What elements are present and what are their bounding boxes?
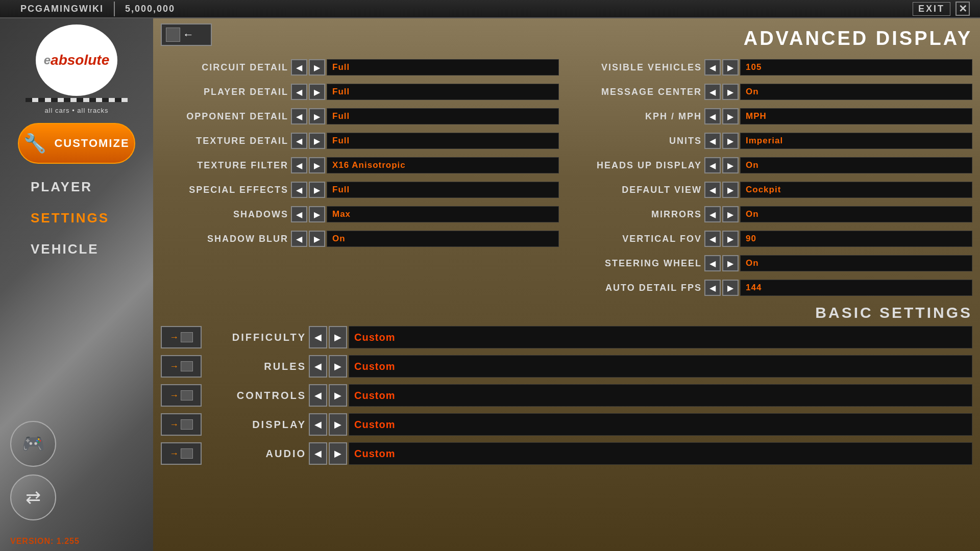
setting-value: 144: [740, 280, 972, 296]
arrow-right-button[interactable]: ▶: [309, 59, 325, 76]
arrow-right-button[interactable]: ▶: [722, 206, 739, 222]
arrow-left-button[interactable]: ◀: [291, 206, 307, 222]
basic-go-square-icon: [181, 390, 193, 400]
basic-arrow-left-button[interactable]: ◀: [309, 413, 327, 436]
arrow-left-button[interactable]: ◀: [291, 59, 307, 76]
setting-label: CIRCUIT DETAIL: [161, 62, 288, 73]
arrow-right-button[interactable]: ▶: [722, 280, 739, 296]
basic-go-button[interactable]: →: [161, 326, 202, 348]
arrow-left-button[interactable]: ◀: [704, 182, 721, 198]
basic-setting-row: → AUDIO ◀ ▶ Custom: [161, 440, 972, 467]
basic-arrow-left-button[interactable]: ◀: [309, 355, 327, 378]
setting-row-left: SHADOW BLUR ◀ ▶ On: [161, 228, 559, 250]
arrow-left-button[interactable]: ◀: [704, 108, 721, 124]
setting-label: TEXTURE FILTER: [161, 160, 288, 171]
setting-controls: ◀ ▶ On: [704, 255, 972, 271]
sidebar-item-settings[interactable]: SETTINGS: [20, 204, 133, 232]
steering-wheel-icon[interactable]: 🎮: [10, 421, 56, 467]
arrow-left-button[interactable]: ◀: [291, 231, 307, 247]
setting-label: MESSAGE CENTER: [574, 87, 702, 97]
arrow-right-button[interactable]: ▶: [309, 108, 325, 124]
arrow-right-button[interactable]: ▶: [722, 108, 739, 124]
arrow-left-button[interactable]: ◀: [291, 84, 307, 100]
basic-go-button[interactable]: →: [161, 384, 202, 407]
sidebar-item-vehicle-label: VEHICLE: [31, 241, 122, 257]
setting-controls: ◀ ▶ Full: [291, 59, 559, 76]
basic-arrow-left-button[interactable]: ◀: [309, 442, 327, 465]
content-inner: ← ADVANCED DISPLAY CIRCUIT DETAIL ◀ ▶ Fu…: [161, 23, 972, 467]
exit-label[interactable]: EXIT: [913, 2, 950, 16]
basic-arrow-right-button[interactable]: ▶: [329, 355, 347, 378]
basic-setting-label: DISPLAY: [204, 419, 306, 431]
arrow-right-button[interactable]: ▶: [309, 84, 325, 100]
basic-go-button[interactable]: →: [161, 355, 202, 378]
arrow-right-button[interactable]: ▶: [722, 157, 739, 173]
sidebar-item-player-label: PLAYER: [31, 179, 122, 195]
checker-line: [26, 98, 128, 102]
basic-arrow-right-button[interactable]: ▶: [329, 442, 347, 465]
arrow-left-button[interactable]: ◀: [704, 59, 721, 76]
arrow-left-button[interactable]: ◀: [704, 133, 721, 149]
arrow-right-button[interactable]: ▶: [722, 231, 739, 247]
setting-value: MPH: [740, 108, 972, 124]
basic-go-arrow-icon: →: [169, 419, 179, 430]
basic-arrow-right-button[interactable]: ▶: [329, 326, 347, 348]
back-button[interactable]: ←: [161, 23, 212, 46]
close-icon[interactable]: ✕: [955, 2, 970, 16]
setting-label: AUTO DETAIL FPS: [574, 283, 702, 293]
setting-value: Full: [327, 59, 559, 76]
swap-icon[interactable]: ⇄: [10, 474, 56, 520]
arrow-right-button[interactable]: ▶: [309, 182, 325, 198]
arrow-left-button[interactable]: ◀: [704, 255, 721, 271]
sidebar-item-player[interactable]: PLAYER: [20, 173, 133, 201]
arrow-right-button[interactable]: ▶: [309, 157, 325, 173]
setting-value: On: [740, 206, 972, 222]
setting-row-left: OPPONENT DETAIL ◀ ▶ Full: [161, 105, 559, 128]
arrow-right-button[interactable]: ▶: [722, 59, 739, 76]
exit-button[interactable]: EXIT ✕: [913, 2, 970, 16]
basic-go-button[interactable]: →: [161, 413, 202, 436]
setting-label: VERTICAL FOV: [574, 234, 702, 244]
arrow-right-button[interactable]: ▶: [309, 206, 325, 222]
arrow-right-button[interactable]: ▶: [722, 255, 739, 271]
setting-row-right: STEERING WHEEL ◀ ▶ On: [574, 252, 972, 274]
logo-text: eabsolute: [44, 52, 110, 68]
player-info: PCGAMINGWIKI 5,000,000: [10, 2, 185, 16]
arrow-left-button[interactable]: ◀: [704, 206, 721, 222]
basic-go-button[interactable]: →: [161, 442, 202, 465]
arrow-left-button[interactable]: ◀: [291, 133, 307, 149]
setting-row-left: SPECIAL EFFECTS ◀ ▶ Full: [161, 179, 559, 201]
arrow-left-button[interactable]: ◀: [704, 280, 721, 296]
arrow-right-button[interactable]: ▶: [309, 133, 325, 149]
basic-arrow-right-button[interactable]: ▶: [329, 384, 347, 407]
arrow-left-button[interactable]: ◀: [291, 108, 307, 124]
arrow-right-button[interactable]: ▶: [722, 133, 739, 149]
basic-controls: ◀ ▶ Custom: [309, 384, 972, 407]
setting-label: SHADOWS: [161, 209, 288, 220]
page-title: ADVANCED DISPLAY: [744, 28, 972, 49]
arrow-left-button[interactable]: ◀: [704, 157, 721, 173]
setting-value: Full: [327, 133, 559, 149]
basic-arrow-right-button[interactable]: ▶: [329, 413, 347, 436]
basic-setting-row: → RULES ◀ ▶ Custom: [161, 353, 972, 380]
basic-settings-header: BASIC SETTINGS: [161, 304, 972, 321]
arrow-left-button[interactable]: ◀: [291, 182, 307, 198]
setting-row-left: TEXTURE DETAIL ◀ ▶ Full: [161, 130, 559, 152]
basic-arrow-left-button[interactable]: ◀: [309, 384, 327, 407]
arrow-right-button[interactable]: ▶: [309, 231, 325, 247]
arrow-right-button[interactable]: ▶: [722, 182, 739, 198]
arrow-left-button[interactable]: ◀: [704, 231, 721, 247]
settings-area: CIRCUIT DETAIL ◀ ▶ Full VISIBLE VEHICLES…: [161, 56, 972, 299]
arrow-right-button[interactable]: ▶: [722, 84, 739, 100]
setting-value: Full: [327, 84, 559, 100]
sidebar-item-vehicle[interactable]: VEHICLE: [20, 235, 133, 263]
basic-controls: ◀ ▶ Custom: [309, 355, 972, 378]
customize-button[interactable]: 🔧 CUSTOMIZE: [18, 123, 135, 164]
arrow-left-button[interactable]: ◀: [291, 157, 307, 173]
basic-arrow-left-button[interactable]: ◀: [309, 326, 327, 348]
basic-setting-value: Custom: [349, 442, 972, 465]
basic-setting-label: DIFFICULTY: [204, 332, 306, 343]
setting-controls: ◀ ▶ Full: [291, 108, 559, 124]
setting-row-right: MIRRORS ◀ ▶ On: [574, 203, 972, 226]
arrow-left-button[interactable]: ◀: [704, 84, 721, 100]
